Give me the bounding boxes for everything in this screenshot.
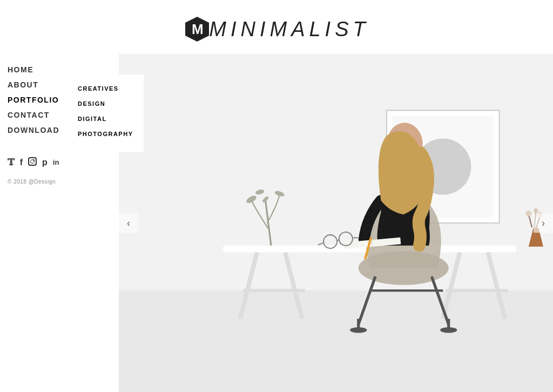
- submenu-link-photography[interactable]: PHOTOGRAPHY: [78, 131, 133, 137]
- main-layout: HOME ABOUT PORTFOLIO CREATIVES DESIGN: [0, 54, 553, 392]
- svg-point-40: [534, 208, 538, 213]
- submenu-list: CREATIVES DESIGN DIGITAL PHOTOGRAPHY: [78, 83, 133, 138]
- facebook-icon[interactable]: f: [20, 158, 23, 167]
- svg-text:M: M: [192, 21, 204, 37]
- svg-point-20: [350, 327, 367, 333]
- linkedin-icon[interactable]: in: [53, 158, 59, 166]
- hero-background: [119, 54, 553, 392]
- portfolio-submenu: CREATIVES DESIGN DIGITAL PHOTOGRAPHY: [67, 75, 144, 152]
- logo-bold-letter: M: [209, 18, 231, 40]
- logo-remaining-text: INIMALIST: [231, 18, 370, 40]
- submenu-item-design[interactable]: DESIGN: [78, 98, 133, 108]
- nav-link-about[interactable]: ABOUT: [8, 80, 38, 89]
- nav-item-home[interactable]: HOME: [8, 65, 119, 75]
- hero-illustration: [119, 54, 553, 392]
- site-header: M MINIMALIST: [0, 0, 553, 54]
- submenu-link-digital[interactable]: DIGITAL: [78, 116, 107, 122]
- logo[interactable]: M MINIMALIST: [183, 15, 369, 43]
- hero-next-button[interactable]: ›: [534, 213, 553, 233]
- submenu-item-digital[interactable]: DIGITAL: [78, 113, 133, 123]
- submenu-item-photography[interactable]: PHOTOGRAPHY: [78, 129, 133, 138]
- logo-text: MINIMALIST: [209, 18, 369, 41]
- svg-point-39: [526, 211, 531, 216]
- pinterest-icon[interactable]: p: [42, 158, 48, 167]
- nav-item-portfolio[interactable]: PORTFOLIO CREATIVES DESIGN DIGITAL: [8, 95, 119, 105]
- nav-link-home[interactable]: HOME: [8, 65, 33, 74]
- nav-link-portfolio[interactable]: PORTFOLIO: [8, 96, 59, 104]
- twitter-icon[interactable]: 𝕋: [8, 157, 15, 168]
- hero-section: ‹ ›: [119, 54, 553, 392]
- hero-prev-button[interactable]: ‹: [119, 213, 138, 233]
- submenu-link-creatives[interactable]: CREATIVES: [78, 85, 119, 92]
- logo-hexagon-icon: M: [183, 15, 211, 43]
- prev-arrow-icon: ‹: [127, 218, 130, 229]
- submenu-link-design[interactable]: DESIGN: [78, 100, 105, 107]
- svg-line-28: [337, 240, 339, 241]
- submenu-item-creatives[interactable]: CREATIVES: [78, 83, 133, 93]
- instagram-icon[interactable]: [28, 157, 37, 168]
- nav-link-download[interactable]: DOWNLOAD: [8, 126, 59, 134]
- nav-link-contact[interactable]: CONTACT: [8, 111, 50, 119]
- svg-point-21: [440, 327, 457, 333]
- social-icons-bar: 𝕋 f p in: [8, 157, 119, 168]
- copyright-text: © 2018 @Dessign: [8, 179, 119, 185]
- nav-menu: HOME ABOUT PORTFOLIO CREATIVES DESIGN: [8, 65, 119, 140]
- sidebar-nav: HOME ABOUT PORTFOLIO CREATIVES DESIGN: [0, 54, 119, 392]
- next-arrow-icon: ›: [542, 218, 545, 229]
- svg-rect-3: [119, 290, 553, 392]
